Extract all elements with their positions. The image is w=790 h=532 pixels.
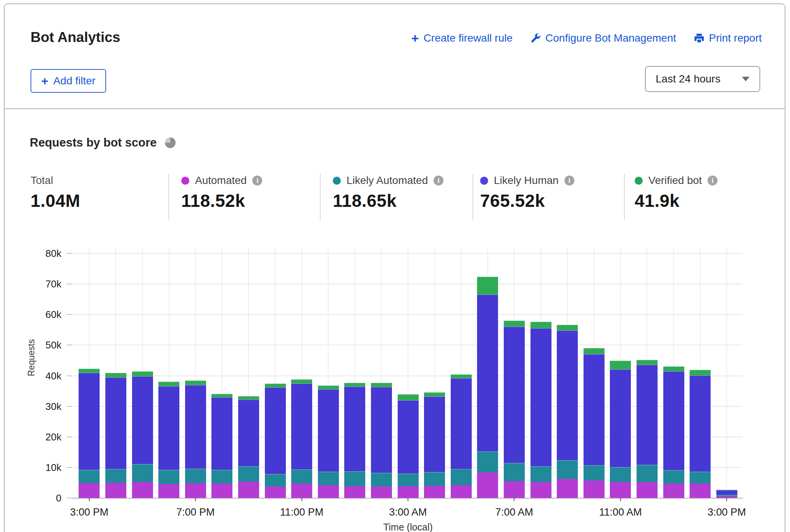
bar-10-00-am[interactable]	[584, 348, 605, 498]
bar-12-00-pm[interactable]	[637, 360, 658, 498]
bar-segment-likely-human	[637, 365, 658, 464]
bar-segment-likely-automated	[211, 470, 232, 484]
bot-analytics-card: Bot Analytics + Create firewall rule Con…	[4, 3, 785, 532]
bar-segment-verified-bot	[132, 371, 153, 376]
y-tick-mark	[67, 314, 72, 315]
stat-verified-bot-value: 41.9k	[635, 190, 717, 211]
print-report-label: Print report	[709, 32, 762, 44]
create-firewall-rule-link[interactable]: + Create firewall rule	[411, 32, 513, 45]
bar-9-00-pm[interactable]	[238, 396, 259, 498]
add-filter-label: Add filter	[53, 75, 96, 87]
bar-segment-likely-automated	[398, 474, 419, 486]
info-icon[interactable]: i	[708, 176, 717, 185]
bar-segment-likely-automated	[79, 470, 100, 483]
section-divider	[5, 108, 785, 109]
bar-3-00-am[interactable]	[398, 394, 419, 498]
time-range-select[interactable]: Last 24 hours	[645, 66, 760, 92]
bar-segment-likely-automated	[690, 472, 711, 484]
bar-segment-likely-automated	[557, 460, 578, 479]
x-axis-title: Time (local)	[76, 522, 740, 532]
bar-segment-likely-human	[238, 400, 259, 466]
bar-12-00-am[interactable]	[318, 385, 339, 498]
bar-segment-likely-automated	[158, 470, 179, 484]
stat-likely-human[interactable]: Likely Human i 765.52k	[480, 174, 574, 211]
bar-segment-automated	[584, 480, 605, 498]
stat-automated-label: Automated	[195, 174, 247, 187]
bar-6-00-pm[interactable]	[158, 382, 179, 498]
bar-4-00-pm[interactable]	[105, 373, 126, 498]
bar-segment-verified-bot	[424, 392, 445, 397]
bar-segment-verified-bot	[158, 382, 179, 386]
y-tick-mark	[67, 406, 72, 407]
bar-7-00-pm[interactable]	[185, 380, 206, 498]
bar-segment-verified-bot	[610, 361, 631, 369]
bar-segment-automated	[132, 482, 153, 498]
bar-segment-likely-human	[690, 376, 711, 472]
bar-segment-likely-automated	[132, 464, 153, 482]
printer-icon	[694, 33, 705, 44]
bar-9-00-am[interactable]	[557, 325, 578, 498]
bar-10-00-pm[interactable]	[265, 384, 286, 498]
stat-automated[interactable]: Automated i 118.52k	[181, 174, 262, 211]
stat-verified-bot[interactable]: Verified bot i 41.9k	[635, 174, 717, 211]
print-report-link[interactable]: Print report	[694, 32, 762, 44]
bar-2-00-am[interactable]	[371, 383, 392, 498]
info-icon[interactable]: i	[434, 176, 443, 185]
bar-8-00-am[interactable]	[530, 322, 551, 498]
stat-likely-automated-label: Likely Automated	[347, 174, 428, 187]
add-filter-button[interactable]: + Add filter	[31, 69, 106, 93]
bar-5-00-am[interactable]	[451, 374, 472, 498]
bar-3-00-pm[interactable]	[79, 369, 100, 498]
bar-11-00-pm[interactable]	[291, 379, 312, 498]
bar-segment-likely-automated	[637, 465, 658, 482]
bar-segment-likely-human	[211, 397, 232, 469]
bar-segment-verified-bot	[530, 322, 551, 328]
bar-segment-verified-bot	[238, 396, 259, 400]
bar-segment-likely-human	[451, 378, 472, 469]
bar-segment-automated	[637, 482, 658, 498]
bar-2-00-pm[interactable]	[690, 370, 711, 498]
bar-segment-likely-human	[265, 387, 286, 474]
bar-3-00-pm[interactable]	[716, 490, 737, 498]
bar-7-00-am[interactable]	[504, 321, 525, 498]
bar-segment-likely-human	[398, 400, 419, 474]
bar-segment-verified-bot	[398, 394, 419, 400]
y-tick-label: 20k	[45, 431, 61, 443]
bar-segment-automated	[663, 484, 684, 498]
bar-segment-verified-bot	[584, 348, 605, 354]
y-tick-mark	[67, 437, 72, 437]
bar-segment-likely-human	[716, 490, 737, 495]
bar-6-00-am[interactable]	[477, 277, 498, 498]
bar-11-00-am[interactable]	[610, 361, 631, 498]
bar-8-00-pm[interactable]	[211, 394, 232, 498]
gridline	[726, 247, 727, 498]
x-tick-mark	[301, 498, 302, 501]
bar-segment-automated	[79, 483, 100, 498]
bar-1-00-am[interactable]	[344, 383, 365, 498]
time-range-value: Last 24 hours	[656, 73, 721, 85]
x-tick-mark	[195, 498, 196, 501]
bar-segment-likely-automated	[584, 465, 605, 480]
bar-segment-likely-human	[663, 371, 684, 470]
bar-4-00-am[interactable]	[424, 392, 445, 498]
bar-segment-likely-automated	[344, 471, 365, 486]
stat-separator	[624, 174, 625, 220]
plus-icon: +	[411, 32, 419, 45]
bar-segment-verified-bot	[79, 369, 100, 373]
bar-segment-verified-bot	[344, 383, 365, 387]
bar-segment-verified-bot	[663, 366, 684, 371]
bar-segment-likely-human	[584, 354, 605, 466]
bar-segment-verified-bot	[557, 325, 578, 330]
configure-bot-management-link[interactable]: Configure Bot Management	[530, 32, 676, 44]
bar-1-00-pm[interactable]	[663, 366, 684, 498]
bar-segment-likely-automated	[105, 469, 126, 483]
y-tick-label: 80k	[45, 248, 61, 260]
info-icon[interactable]: i	[252, 176, 262, 185]
bar-segment-automated	[690, 484, 711, 498]
stat-likely-automated[interactable]: Likely Automated i 118.65k	[333, 174, 443, 211]
bar-segment-verified-bot	[185, 380, 206, 385]
info-icon[interactable]: i	[564, 176, 574, 185]
bar-5-00-pm[interactable]	[132, 371, 153, 498]
x-tick-label: 3:00 PM	[708, 506, 746, 518]
bar-segment-likely-automated	[530, 466, 551, 482]
